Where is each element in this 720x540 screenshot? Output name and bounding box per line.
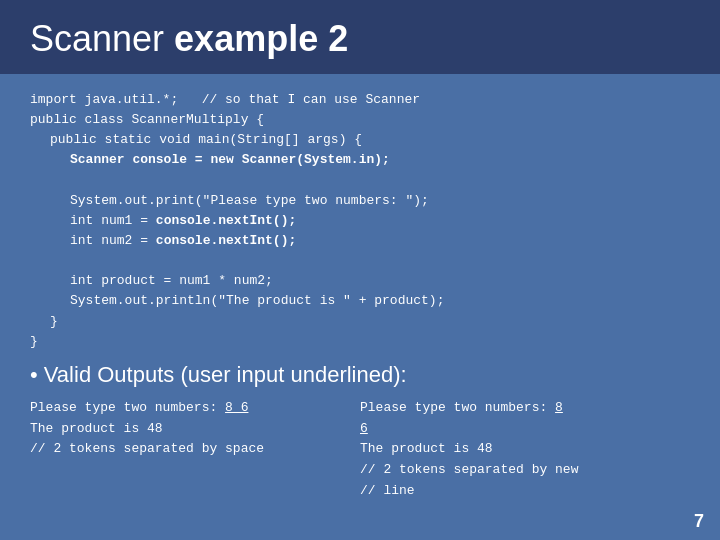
slide: Scanner example 2 import java.util.*; //…	[0, 0, 720, 540]
code-line-2: public class ScannerMultiply {	[30, 110, 690, 130]
slide-title: Scanner example 2	[30, 18, 690, 60]
code-line-11: System.out.println("The product is " + p…	[30, 291, 690, 311]
output-left-line2: The product is 48	[30, 419, 360, 440]
code-line-7: int num1 = console.nextInt();	[30, 211, 690, 231]
code-blank-1	[30, 171, 690, 191]
title-bar: Scanner example 2	[0, 0, 720, 74]
import-statement: import java.util.*;	[30, 92, 178, 107]
slide-number: 7	[694, 511, 704, 532]
bullet-title: Valid Outputs (user input underlined):	[30, 362, 407, 387]
outputs-section: Please type two numbers: 8 6 The product…	[30, 398, 690, 502]
output-left-col: Please type two numbers: 8 6 The product…	[30, 398, 360, 502]
code-blank-2	[30, 251, 690, 271]
output-right-col: Please type two numbers: 8 6 The product…	[360, 398, 690, 502]
code-block: import java.util.*; // so that I can use…	[30, 90, 690, 352]
code-line-8: int num2 = console.nextInt();	[30, 231, 690, 251]
output-right-line3: The product is 48	[360, 439, 690, 460]
output-right-line2: 6	[360, 419, 690, 440]
bullet-section: Valid Outputs (user input underlined):	[30, 362, 690, 388]
output-right-line4: // 2 tokens separated by new	[360, 460, 690, 481]
code-line-12: }	[30, 312, 690, 332]
import-comment: // so that I can use Scanner	[202, 92, 420, 107]
code-line-3: public static void main(String[] args) {	[30, 130, 690, 150]
output-right-line5: // line	[360, 481, 690, 502]
output-left-line1: Please type two numbers: 8 6	[30, 398, 360, 419]
code-line-6: System.out.print("Please type two number…	[30, 191, 690, 211]
output-right-line1: Please type two numbers: 8	[360, 398, 690, 419]
content-area: import java.util.*; // so that I can use…	[0, 74, 720, 512]
output-left-line3: // 2 tokens separated by space	[30, 439, 360, 460]
code-line-1: import java.util.*; // so that I can use…	[30, 90, 690, 110]
title-bold: example 2	[174, 18, 348, 59]
code-line-4: Scanner console = new Scanner(System.in)…	[30, 150, 690, 170]
title-normal: Scanner	[30, 18, 174, 59]
code-line-10: int product = num1 * num2;	[30, 271, 690, 291]
code-line-13: }	[30, 332, 690, 352]
